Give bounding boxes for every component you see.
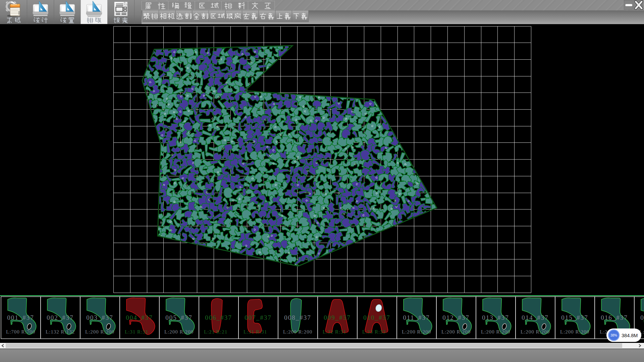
svg-text:008_#37: 008_#37 <box>284 314 311 321</box>
svg-text:014_#37: 014_#37 <box>522 314 549 321</box>
svg-text:006_#37: 006_#37 <box>205 314 232 321</box>
svg-text:001_#37: 001_#37 <box>7 314 34 321</box>
svg-text:015_#37: 015_#37 <box>561 314 588 321</box>
svg-text:L:200 R:200: L:200 R:200 <box>560 329 589 335</box>
svg-text:016_#37: 016_#37 <box>601 314 628 321</box>
svg-text:003_#37: 003_#37 <box>86 314 113 321</box>
svg-text:L:200 R:200: L:200 R:200 <box>85 329 114 335</box>
svg-text:L:132 R:132: L:132 R:132 <box>46 329 75 335</box>
svg-text:012_#37: 012_#37 <box>442 314 470 321</box>
svg-text:L:31 R:31: L:31 R:31 <box>244 329 267 335</box>
svg-text:L:21 R:21: L:21 R:21 <box>204 329 227 335</box>
svg-text:L:200 R:200: L:200 R:200 <box>164 329 194 335</box>
svg-text:L:200 R:200: L:200 R:200 <box>441 329 471 335</box>
svg-text:L:700 R:700: L:700 R:700 <box>6 329 35 335</box>
svg-text:005_#37: 005_#37 <box>165 314 193 321</box>
svg-text:013_#37: 013_#37 <box>482 314 509 321</box>
svg-text:L:200 R:200: L:200 R:200 <box>283 329 312 335</box>
svg-text:38%: 38% <box>610 333 617 337</box>
svg-text:004_#37: 004_#37 <box>126 314 153 321</box>
svg-text:L:31 R:31: L:31 R:31 <box>125 329 148 335</box>
svg-text:002_#37: 002_#37 <box>47 314 74 321</box>
svg-text:011_#37: 011_#37 <box>403 314 430 321</box>
svg-text:010_#37: 010_#37 <box>363 314 390 321</box>
svg-text:L:32 R:31: L:32 R:31 <box>323 329 346 335</box>
svg-text:L:200 R:200: L:200 R:200 <box>481 329 510 335</box>
svg-text:009_#37: 009_#37 <box>324 314 351 321</box>
svg-text:L:33 R:33: L:33 R:33 <box>362 329 386 335</box>
svg-text:384.8M: 384.8M <box>622 333 638 338</box>
svg-text:017_#37: 017_#37 <box>640 314 644 321</box>
svg-text:L:200 R:200: L:200 R:200 <box>521 329 550 335</box>
svg-text:L:200 R:200: L:200 R:200 <box>402 329 431 335</box>
svg-text:007_#37: 007_#37 <box>245 314 272 321</box>
